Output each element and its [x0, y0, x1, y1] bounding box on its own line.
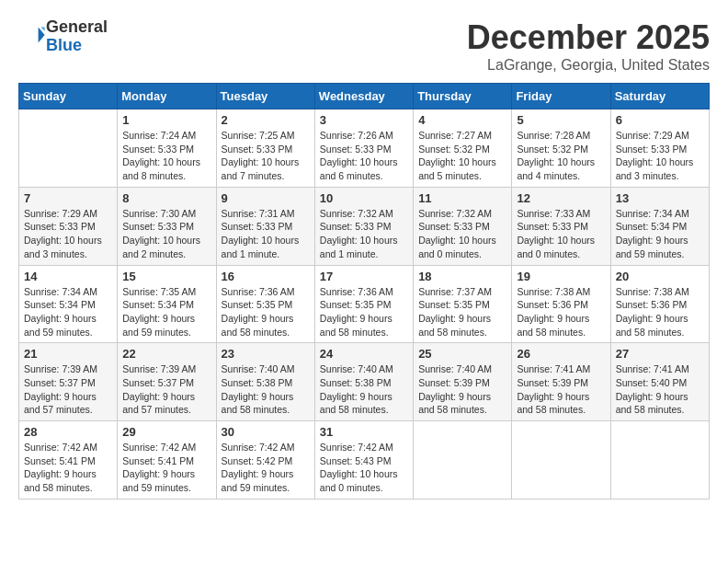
- calendar-cell: 18Sunrise: 7:37 AM Sunset: 5:35 PM Dayli…: [414, 265, 512, 343]
- day-number: 18: [418, 270, 506, 283]
- calendar-week-row: 21Sunrise: 7:39 AM Sunset: 5:37 PM Dayli…: [19, 343, 710, 421]
- calendar-cell: 22Sunrise: 7:39 AM Sunset: 5:37 PM Dayli…: [118, 343, 216, 421]
- day-info: Sunrise: 7:39 AM Sunset: 5:37 PM Dayligh…: [24, 362, 112, 417]
- calendar-cell: 1Sunrise: 7:24 AM Sunset: 5:33 PM Daylig…: [118, 109, 216, 188]
- day-info: Sunrise: 7:39 AM Sunset: 5:37 PM Dayligh…: [122, 362, 210, 417]
- day-info: Sunrise: 7:40 AM Sunset: 5:39 PM Dayligh…: [418, 362, 506, 417]
- calendar-header-row: SundayMondayTuesdayWednesdayThursdayFrid…: [19, 84, 710, 109]
- month-title: December 2025: [467, 18, 710, 57]
- day-info: Sunrise: 7:40 AM Sunset: 5:38 PM Dayligh…: [222, 362, 310, 417]
- calendar-cell: 17Sunrise: 7:36 AM Sunset: 5:35 PM Dayli…: [314, 265, 413, 343]
- day-number: 25: [418, 347, 506, 361]
- page-header: General Blue December 2025 LaGrange, Geo…: [18, 18, 710, 74]
- day-header-monday: Monday: [118, 84, 216, 109]
- calendar-cell: 11Sunrise: 7:32 AM Sunset: 5:33 PM Dayli…: [414, 187, 512, 265]
- day-info: Sunrise: 7:42 AM Sunset: 5:43 PM Dayligh…: [320, 441, 408, 495]
- day-number: 21: [24, 347, 112, 361]
- day-header-sunday: Sunday: [19, 84, 118, 109]
- day-info: Sunrise: 7:32 AM Sunset: 5:33 PM Dayligh…: [418, 207, 506, 261]
- day-number: 8: [122, 191, 210, 205]
- day-header-thursday: Thursday: [414, 84, 512, 109]
- calendar-cell: [512, 421, 610, 500]
- calendar-cell: 8Sunrise: 7:30 AM Sunset: 5:33 PM Daylig…: [118, 187, 216, 265]
- calendar-week-row: 7Sunrise: 7:29 AM Sunset: 5:33 PM Daylig…: [19, 187, 710, 265]
- day-info: Sunrise: 7:36 AM Sunset: 5:35 PM Dayligh…: [222, 285, 310, 339]
- day-info: Sunrise: 7:42 AM Sunset: 5:41 PM Dayligh…: [24, 441, 112, 495]
- day-header-wednesday: Wednesday: [314, 84, 413, 109]
- calendar-cell: 31Sunrise: 7:42 AM Sunset: 5:43 PM Dayli…: [314, 421, 413, 500]
- day-info: Sunrise: 7:26 AM Sunset: 5:33 PM Dayligh…: [320, 129, 408, 183]
- calendar-cell: 9Sunrise: 7:31 AM Sunset: 5:33 PM Daylig…: [216, 187, 314, 265]
- day-info: Sunrise: 7:25 AM Sunset: 5:33 PM Dayligh…: [222, 129, 310, 183]
- day-info: Sunrise: 7:42 AM Sunset: 5:42 PM Dayligh…: [222, 441, 310, 495]
- day-number: 15: [122, 270, 210, 283]
- calendar-week-row: 28Sunrise: 7:42 AM Sunset: 5:41 PM Dayli…: [19, 421, 710, 500]
- day-number: 1: [122, 113, 210, 127]
- day-info: Sunrise: 7:41 AM Sunset: 5:39 PM Dayligh…: [517, 362, 605, 417]
- day-info: Sunrise: 7:29 AM Sunset: 5:33 PM Dayligh…: [616, 129, 704, 183]
- calendar-cell: 14Sunrise: 7:34 AM Sunset: 5:34 PM Dayli…: [19, 265, 118, 343]
- location-text: LaGrange, Georgia, United States: [467, 57, 710, 74]
- calendar-cell: [414, 421, 512, 500]
- calendar-cell: 21Sunrise: 7:39 AM Sunset: 5:37 PM Dayli…: [19, 343, 118, 421]
- day-number: 7: [24, 191, 112, 205]
- calendar-week-row: 1Sunrise: 7:24 AM Sunset: 5:33 PM Daylig…: [19, 109, 710, 188]
- day-number: 13: [616, 191, 704, 205]
- day-number: 14: [24, 270, 112, 283]
- calendar-cell: 7Sunrise: 7:29 AM Sunset: 5:33 PM Daylig…: [19, 187, 118, 265]
- calendar-cell: 16Sunrise: 7:36 AM Sunset: 5:35 PM Dayli…: [216, 265, 314, 343]
- day-number: 5: [517, 113, 605, 127]
- calendar-cell: 28Sunrise: 7:42 AM Sunset: 5:41 PM Dayli…: [19, 421, 118, 500]
- day-number: 6: [616, 113, 704, 127]
- day-info: Sunrise: 7:42 AM Sunset: 5:41 PM Dayligh…: [122, 441, 210, 495]
- day-number: 19: [517, 270, 605, 283]
- day-number: 31: [320, 425, 408, 439]
- calendar-cell: [19, 109, 118, 188]
- day-number: 27: [616, 347, 704, 361]
- day-info: Sunrise: 7:27 AM Sunset: 5:32 PM Dayligh…: [418, 129, 506, 183]
- calendar-table: SundayMondayTuesdayWednesdayThursdayFrid…: [18, 83, 710, 500]
- calendar-cell: 3Sunrise: 7:26 AM Sunset: 5:33 PM Daylig…: [314, 109, 413, 188]
- calendar-cell: [610, 421, 709, 500]
- day-number: 4: [418, 113, 506, 127]
- calendar-cell: 27Sunrise: 7:41 AM Sunset: 5:40 PM Dayli…: [610, 343, 709, 421]
- day-info: Sunrise: 7:34 AM Sunset: 5:34 PM Dayligh…: [616, 207, 704, 261]
- day-number: 3: [320, 113, 408, 127]
- day-number: 16: [222, 270, 310, 283]
- day-info: Sunrise: 7:34 AM Sunset: 5:34 PM Dayligh…: [24, 285, 112, 339]
- day-number: 26: [517, 347, 605, 361]
- day-number: 22: [122, 347, 210, 361]
- logo: General Blue: [18, 18, 108, 55]
- day-info: Sunrise: 7:31 AM Sunset: 5:33 PM Dayligh…: [222, 207, 310, 261]
- day-number: 29: [122, 425, 210, 439]
- calendar-cell: 30Sunrise: 7:42 AM Sunset: 5:42 PM Dayli…: [216, 421, 314, 500]
- day-info: Sunrise: 7:24 AM Sunset: 5:33 PM Dayligh…: [122, 129, 210, 183]
- day-header-friday: Friday: [512, 84, 610, 109]
- day-info: Sunrise: 7:40 AM Sunset: 5:38 PM Dayligh…: [320, 362, 408, 417]
- day-number: 23: [222, 347, 310, 361]
- day-number: 17: [320, 270, 408, 283]
- calendar-cell: 13Sunrise: 7:34 AM Sunset: 5:34 PM Dayli…: [610, 187, 709, 265]
- calendar-cell: 25Sunrise: 7:40 AM Sunset: 5:39 PM Dayli…: [414, 343, 512, 421]
- day-info: Sunrise: 7:37 AM Sunset: 5:35 PM Dayligh…: [418, 285, 506, 339]
- title-area: December 2025 LaGrange, Georgia, United …: [467, 18, 710, 74]
- calendar-cell: 6Sunrise: 7:29 AM Sunset: 5:33 PM Daylig…: [610, 109, 709, 188]
- calendar-cell: 2Sunrise: 7:25 AM Sunset: 5:33 PM Daylig…: [216, 109, 314, 188]
- day-header-saturday: Saturday: [610, 84, 709, 109]
- svg-marker-1: [40, 27, 44, 30]
- logo-icon: [20, 22, 46, 48]
- day-number: 24: [320, 347, 408, 361]
- calendar-week-row: 14Sunrise: 7:34 AM Sunset: 5:34 PM Dayli…: [19, 265, 710, 343]
- logo-general-text: General: [46, 18, 108, 37]
- day-number: 12: [517, 191, 605, 205]
- day-info: Sunrise: 7:32 AM Sunset: 5:33 PM Dayligh…: [320, 207, 408, 261]
- calendar-cell: 12Sunrise: 7:33 AM Sunset: 5:33 PM Dayli…: [512, 187, 610, 265]
- calendar-cell: 15Sunrise: 7:35 AM Sunset: 5:34 PM Dayli…: [118, 265, 216, 343]
- day-info: Sunrise: 7:38 AM Sunset: 5:36 PM Dayligh…: [517, 285, 605, 339]
- day-info: Sunrise: 7:41 AM Sunset: 5:40 PM Dayligh…: [616, 362, 704, 417]
- day-number: 2: [222, 113, 310, 127]
- day-info: Sunrise: 7:30 AM Sunset: 5:33 PM Dayligh…: [122, 207, 210, 261]
- day-number: 28: [24, 425, 112, 439]
- calendar-cell: 10Sunrise: 7:32 AM Sunset: 5:33 PM Dayli…: [314, 187, 413, 265]
- calendar-cell: 29Sunrise: 7:42 AM Sunset: 5:41 PM Dayli…: [118, 421, 216, 500]
